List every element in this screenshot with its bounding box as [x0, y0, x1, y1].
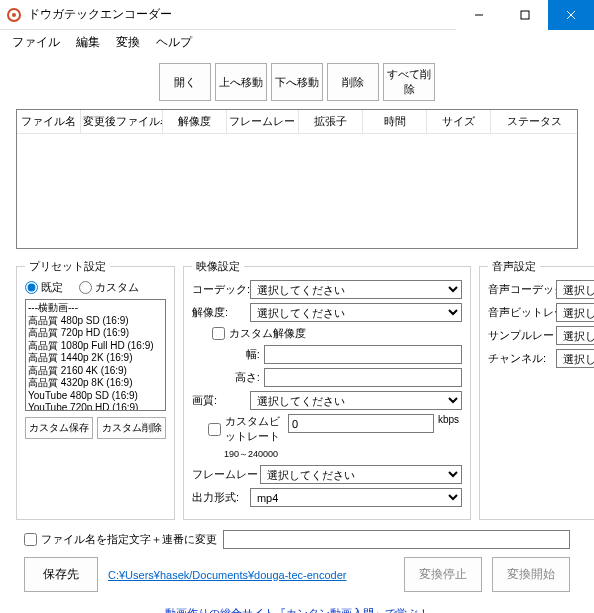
- width-input[interactable]: [264, 345, 462, 364]
- col-framerate[interactable]: フレームレート: [227, 110, 299, 133]
- codec-label: コーデック:: [192, 282, 246, 297]
- promo-link[interactable]: 動画作りの総合サイト『カンタン動画入門』で学ぶ！: [0, 600, 594, 613]
- file-grid[interactable]: ファイル名 変更後ファイル名 解像度 フレームレート 拡張子 時間 サイズ ステ…: [16, 109, 578, 249]
- audio-bitrate-label: 音声ビットレート:: [488, 305, 552, 320]
- save-custom-button[interactable]: カスタム保存: [25, 417, 93, 439]
- custom-bitrate-check[interactable]: カスタムビットレート 190～240000: [192, 414, 284, 461]
- list-item[interactable]: 高品質 4320p 8K (16:9): [28, 377, 163, 390]
- close-button[interactable]: [548, 0, 594, 30]
- col-newname[interactable]: 変更後ファイル名: [81, 110, 163, 133]
- save-dest-button[interactable]: 保存先: [24, 557, 98, 592]
- maximize-button[interactable]: [502, 0, 548, 30]
- samplerate-label: サンプルレート:: [488, 328, 552, 343]
- rename-input[interactable]: [223, 530, 570, 549]
- start-button[interactable]: 変換開始: [492, 557, 570, 592]
- audio-codec-label: 音声コーデック:: [488, 282, 552, 297]
- menu-edit[interactable]: 編集: [68, 32, 108, 53]
- open-button[interactable]: 開く: [159, 63, 211, 101]
- menu-help[interactable]: ヘルプ: [148, 32, 200, 53]
- channel-label: チャンネル:: [488, 351, 552, 366]
- move-down-button[interactable]: 下へ移動: [271, 63, 323, 101]
- list-item[interactable]: YouTube 480p SD (16:9): [28, 390, 163, 403]
- list-item[interactable]: YouTube 720p HD (16:9): [28, 402, 163, 411]
- audio-panel: 音声設定 音声コーデック:選択してください 音声ビットレート:選択してくださいk…: [479, 259, 594, 520]
- titlebar: ドウガテックエンコーダー: [0, 0, 594, 30]
- preset-custom-radio[interactable]: カスタム: [79, 280, 139, 295]
- channel-select[interactable]: 選択してください: [556, 349, 594, 368]
- audio-codec-select[interactable]: 選択してください: [556, 280, 594, 299]
- list-item[interactable]: 高品質 1440p 2K (16:9): [28, 352, 163, 365]
- menu-file[interactable]: ファイル: [4, 32, 68, 53]
- move-up-button[interactable]: 上へ移動: [215, 63, 267, 101]
- list-item[interactable]: 高品質 2160 4K (16:9): [28, 365, 163, 378]
- save-path-link[interactable]: C:¥Users¥hasek/Documents¥douga-tec-encod…: [108, 569, 394, 581]
- svg-rect-3: [521, 11, 529, 19]
- col-status[interactable]: ステータス: [491, 110, 577, 133]
- quality-label: 画質:: [192, 393, 246, 408]
- video-panel: 映像設定 コーデック:選択してください 解像度:選択してください カスタム解像度…: [183, 259, 471, 520]
- toolbar: 開く 上へ移動 下へ移動 削除 すべて削除: [0, 55, 594, 109]
- list-item[interactable]: 高品質 480p SD (16:9): [28, 315, 163, 328]
- menubar: ファイル 編集 変換 ヘルプ: [0, 30, 594, 55]
- framerate-select[interactable]: 選択してください: [260, 465, 462, 484]
- video-legend: 映像設定: [192, 259, 244, 274]
- samplerate-select[interactable]: 選択してください: [556, 326, 594, 345]
- bitrate-input[interactable]: [288, 414, 434, 433]
- format-label: 出力形式:: [192, 490, 246, 505]
- resolution-select[interactable]: 選択してください: [250, 303, 462, 322]
- list-item[interactable]: 高品質 720p HD (16:9): [28, 327, 163, 340]
- delete-button[interactable]: 削除: [327, 63, 379, 101]
- audio-bitrate-select[interactable]: 選択してください: [556, 303, 594, 322]
- col-filename[interactable]: ファイル名: [17, 110, 81, 133]
- framerate-label: フレームレート:: [192, 467, 256, 482]
- list-item[interactable]: 高品質 1080p Full HD (16:9): [28, 340, 163, 353]
- svg-point-1: [12, 13, 16, 17]
- window-title: ドウガテックエンコーダー: [28, 6, 456, 23]
- audio-legend: 音声設定: [488, 259, 540, 274]
- codec-select[interactable]: 選択してください: [250, 280, 462, 299]
- preset-list[interactable]: ---横動画--- 高品質 480p SD (16:9) 高品質 720p HD…: [25, 299, 166, 411]
- menu-convert[interactable]: 変換: [108, 32, 148, 53]
- delete-all-button[interactable]: すべて削除: [383, 63, 435, 101]
- col-time[interactable]: 時間: [363, 110, 427, 133]
- format-select[interactable]: mp4: [250, 488, 462, 507]
- grid-header: ファイル名 変更後ファイル名 解像度 フレームレート 拡張子 時間 サイズ ステ…: [17, 110, 577, 134]
- height-input[interactable]: [264, 368, 462, 387]
- width-label: 幅:: [192, 347, 260, 362]
- custom-res-check[interactable]: カスタム解像度: [212, 326, 306, 341]
- rename-check[interactable]: ファイル名を指定文字＋連番に変更: [24, 532, 217, 547]
- window-buttons: [456, 0, 594, 30]
- quality-select[interactable]: 選択してください: [250, 391, 462, 410]
- minimize-button[interactable]: [456, 0, 502, 30]
- list-item[interactable]: ---横動画---: [28, 302, 163, 315]
- app-icon: [6, 7, 22, 23]
- stop-button[interactable]: 変換停止: [404, 557, 482, 592]
- col-resolution[interactable]: 解像度: [163, 110, 227, 133]
- height-label: 高さ:: [192, 370, 260, 385]
- col-ext[interactable]: 拡張子: [299, 110, 363, 133]
- col-size[interactable]: サイズ: [427, 110, 491, 133]
- preset-legend: プリセット設定: [25, 259, 110, 274]
- resolution-label: 解像度:: [192, 305, 246, 320]
- preset-default-radio[interactable]: 既定: [25, 280, 63, 295]
- preset-panel: プリセット設定 既定 カスタム ---横動画--- 高品質 480p SD (1…: [16, 259, 175, 520]
- delete-custom-button[interactable]: カスタム削除: [97, 417, 165, 439]
